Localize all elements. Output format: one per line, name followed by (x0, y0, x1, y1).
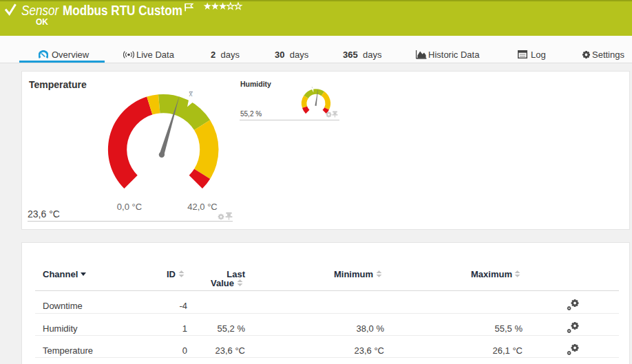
svg-text:x: x (189, 90, 193, 98)
